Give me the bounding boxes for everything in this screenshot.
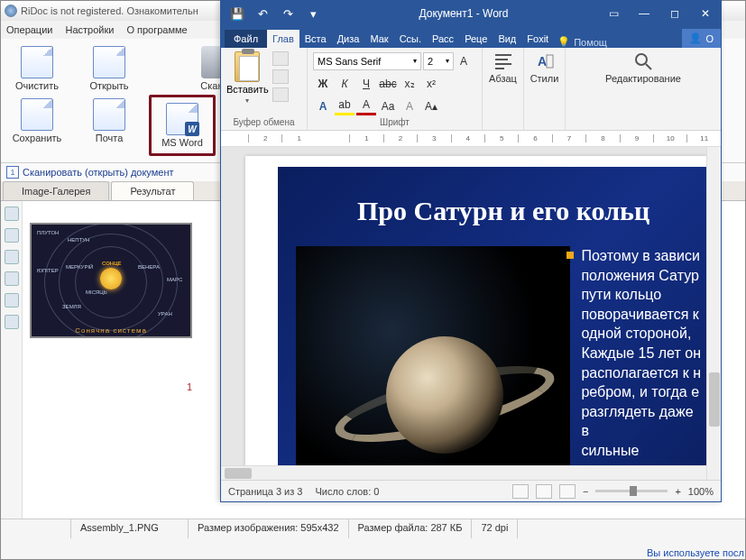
word-count[interactable]: Число слов: 0 xyxy=(315,486,379,497)
document-clear-icon xyxy=(21,46,53,78)
tab-result[interactable]: Результат xyxy=(111,181,194,200)
msword-button[interactable]: WMS Word xyxy=(153,99,211,151)
tool-4[interactable] xyxy=(5,271,19,286)
styles-button[interactable]: A Стили xyxy=(530,51,559,84)
horizontal-ruler[interactable]: 211234567891011 xyxy=(221,131,721,147)
tool-2[interactable] xyxy=(5,228,19,243)
status-dimensions: Размер изображения: 595x432 xyxy=(189,519,349,538)
tab-file[interactable]: Файл xyxy=(225,30,267,48)
editing-button[interactable]: Редактирование xyxy=(571,51,715,84)
clear-button[interactable]: Очистить xyxy=(5,42,69,95)
ribbon-display-icon[interactable]: ▭ xyxy=(598,1,629,26)
grow-font-button[interactable]: A▴ xyxy=(421,97,441,115)
share-button[interactable]: 👤О xyxy=(682,29,721,48)
print-layout-button[interactable] xyxy=(536,484,552,499)
label-uranus: Уран xyxy=(158,311,172,317)
font-size-selector[interactable]: 2▾ xyxy=(423,52,454,70)
open-button[interactable]: Открыть xyxy=(77,42,142,95)
highlight-button[interactable]: ab xyxy=(335,97,355,115)
scroll-thumb[interactable] xyxy=(225,468,252,479)
zoom-level[interactable]: 100% xyxy=(688,486,714,497)
tab-insert[interactable]: Вста xyxy=(299,30,332,48)
thumbnail-page-number: 1 xyxy=(30,381,192,392)
text-effects-button[interactable]: A xyxy=(313,97,333,115)
tool-1[interactable] xyxy=(5,207,19,221)
tab-design[interactable]: Диза xyxy=(332,30,365,48)
qat-save-button[interactable]: 💾 xyxy=(226,3,248,24)
read-mode-button[interactable] xyxy=(512,484,529,499)
tab-references[interactable]: Ссы. xyxy=(394,30,427,48)
sun-icon xyxy=(100,268,122,289)
close-button[interactable]: ✕ xyxy=(690,1,721,26)
web-layout-button[interactable] xyxy=(559,484,576,499)
word-statusbar: Страница 3 из 3 Число слов: 0 − + 100% xyxy=(221,480,721,501)
tab-layout[interactable]: Мак xyxy=(364,30,393,48)
qat-undo-button[interactable]: ↶ xyxy=(252,3,273,24)
tab-view[interactable]: Вид xyxy=(493,30,521,48)
share-label: О xyxy=(705,33,714,44)
zoom-out-button[interactable]: − xyxy=(583,486,588,497)
tab-image-gallery[interactable]: Image-Галерея xyxy=(3,181,109,200)
clear-formatting-button[interactable]: A xyxy=(400,97,419,115)
paste-button[interactable]: Вставить ▾ xyxy=(226,51,269,105)
editing-label: Редактирование xyxy=(605,73,681,84)
mail-button[interactable]: Почта xyxy=(77,95,142,156)
tool-3[interactable] xyxy=(5,250,19,264)
format-painter-button[interactable] xyxy=(272,87,289,102)
status-filename: Assembly_1.PNG xyxy=(71,519,189,538)
document-area[interactable]: Про Сатурн и его кольц Поэтому в зависи … xyxy=(221,147,721,480)
zoom-in-button[interactable]: + xyxy=(675,486,680,497)
copy-button[interactable] xyxy=(272,69,289,84)
word-titlebar[interactable]: 💾 ↶ ↷ ▾ Документ1 - Word ▭ — ◻ ✕ xyxy=(221,1,721,26)
tool-5[interactable] xyxy=(5,293,19,308)
find-icon xyxy=(633,51,653,71)
svg-rect-3 xyxy=(495,68,504,69)
horizontal-scrollbar[interactable] xyxy=(221,465,706,480)
vertical-scrollbar[interactable] xyxy=(706,147,721,480)
save-button[interactable]: Сохранить xyxy=(5,95,69,156)
change-case-button[interactable]: Aa xyxy=(378,97,398,115)
strike-button[interactable]: abc xyxy=(378,75,398,93)
italic-button[interactable]: К xyxy=(335,75,355,93)
font-name-selector[interactable]: MS Sans Serif▾ xyxy=(313,52,421,70)
gallery-toolstrip xyxy=(1,201,23,519)
label-system: Сонячна система xyxy=(32,326,190,335)
qat-customize-icon[interactable]: ▾ xyxy=(302,3,324,24)
tool-6[interactable] xyxy=(5,315,19,329)
menu-about[interactable]: О программе xyxy=(126,24,187,35)
tab-review[interactable]: Реце xyxy=(459,30,493,48)
font-color-button[interactable]: A xyxy=(356,97,376,115)
menu-operations[interactable]: Операции xyxy=(6,24,52,35)
tell-me-search[interactable]: 💡Помощ xyxy=(557,36,607,48)
thumbnail-image[interactable]: Плутон Нептун Юпітер Меркурій Сонце Вене… xyxy=(30,223,192,338)
cut-button[interactable] xyxy=(272,51,289,66)
subscript-button[interactable]: x₂ xyxy=(400,75,419,93)
tab-foxit[interactable]: Foxit xyxy=(521,30,554,48)
tab-mailings[interactable]: Расс xyxy=(427,30,459,48)
page-indicator[interactable]: Страница 3 из 3 xyxy=(228,486,302,497)
maximize-button[interactable]: ◻ xyxy=(659,1,690,26)
svg-rect-0 xyxy=(495,54,511,56)
clipboard-group-label: Буфер обмена xyxy=(226,115,301,130)
editing-group: Редактирование xyxy=(566,48,721,130)
scroll-thumb[interactable] xyxy=(709,372,720,427)
msword-icon: W xyxy=(166,103,198,135)
paragraph-button[interactable]: Абзац xyxy=(488,51,518,84)
paragraph-label: Абзац xyxy=(489,73,517,84)
zoom-slider[interactable] xyxy=(595,490,668,492)
minimize-button[interactable]: — xyxy=(629,1,659,26)
trial-notice[interactable]: Вы используете посл xyxy=(647,547,744,558)
tab-home[interactable]: Глав xyxy=(267,30,299,48)
underline-button[interactable]: Ч xyxy=(356,75,376,93)
increase-font-icon[interactable]: A xyxy=(456,52,472,70)
qat-redo-button[interactable]: ↷ xyxy=(277,3,299,24)
menu-settings[interactable]: Настройки xyxy=(65,24,114,35)
save-label: Сохранить xyxy=(13,133,62,143)
clipboard-group: Вставить ▾ Буфер обмена xyxy=(221,48,308,130)
superscript-button[interactable]: x² xyxy=(421,75,441,93)
zoom-knob[interactable] xyxy=(630,486,637,496)
bold-button[interactable]: Ж xyxy=(313,75,333,93)
ridoc-app-icon xyxy=(5,5,17,17)
paragraph-icon xyxy=(493,51,513,71)
msword-label: MS Word xyxy=(161,137,203,148)
